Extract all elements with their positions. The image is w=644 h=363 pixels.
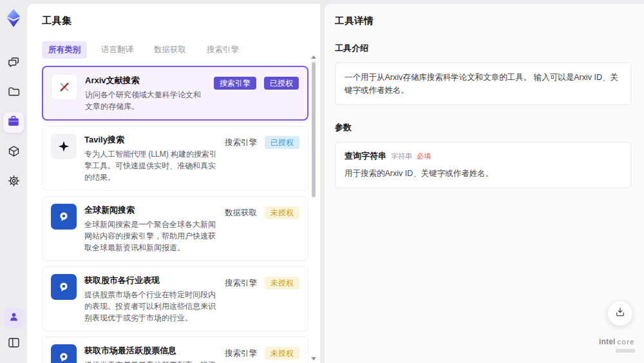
sparkle-icon [51,133,77,159]
param-name: 查询字符串 [345,150,386,162]
tab-search-engine[interactable]: 搜索引擎 [200,41,245,59]
gear-icon [7,174,21,190]
param-header: 查询字符串 字符串 必填 [345,150,621,162]
tab-language-translation[interactable]: 语言翻译 [95,41,140,59]
tool-description: 全球新闻搜索是一个聚合全球各大新闻网站内容的搜索引擎，帮助用户快速获取全球最新资… [84,219,217,253]
param-card: 查询字符串 字符串 必填 用于搜索的Arxiv ID、关键字或作者姓名。 [335,142,631,188]
tool-list: Arxiv文献搜索访问各个研究领域大量科学论文和文章的存储库。搜索引擎已授权Ta… [42,66,308,363]
tab-all-categories[interactable]: 所有类别 [42,41,87,59]
tool-description: 提供当天交易量最高的股票列表。投资者可以利用这些信息来识别流动性强的股票和潜在的… [84,359,217,363]
tool-category-badge: 搜索引擎 [225,278,257,289]
blueapp-icon [51,204,77,230]
tool-auth-badge: 未授权 [265,347,299,360]
tool-tags: 数据获取未授权 [225,204,299,219]
tools-scrollbar[interactable] [310,55,317,360]
toolbox-icon [6,114,21,131]
sidebar-item-collapse[interactable] [3,333,24,354]
tool-name: 获取市场最活跃股票信息 [84,345,217,357]
intel-core-logo: intelcore [599,338,635,353]
tool-card[interactable]: Tavily搜索专为人工智能代理 (LLM) 构建的搜索引擎工具。可快速提供实时… [42,126,308,191]
intro-heading: 工具介绍 [335,43,631,54]
page-title: 工具集 [42,15,320,27]
tool-info: 获取股市各行业表现提供股票市场各个行业在特定时间段内的表现。投资者可以利用这些信… [84,274,217,324]
arxiv-icon [52,74,77,100]
blueapp-icon [51,274,77,300]
scrollbar-thumb[interactable] [312,62,316,197]
sidebar-item-tools[interactable] [3,112,24,133]
tool-card[interactable]: 全球新闻搜索全球新闻搜索是一个聚合全球各大新闻网站内容的搜索引擎，帮助用户快速获… [42,196,308,261]
brand-subline [616,349,635,353]
sidebar-item-settings[interactable] [3,172,24,192]
user-icon [8,311,20,326]
tool-auth-badge: 已授权 [265,136,299,149]
tools-panel: 工具集 所有类别 语言翻译 数据获取 搜索引擎 Arxiv文献搜索访问各个研究领… [27,4,320,363]
tab-data-fetch[interactable]: 数据获取 [147,41,193,59]
tool-name: 全球新闻搜索 [84,204,217,216]
tool-info: 全球新闻搜索全球新闻搜索是一个聚合全球各大新闻网站内容的搜索引擎，帮助用户快速获… [84,204,217,253]
tool-card[interactable]: Arxiv文献搜索访问各个研究领域大量科学论文和文章的存储库。搜索引擎已授权 [42,66,308,121]
tool-info: Tavily搜索专为人工智能代理 (LLM) 构建的搜索引擎工具。可快速提供实时… [84,133,217,183]
tool-name: Arxiv文献搜索 [85,75,206,86]
tool-tags: 搜索引擎已授权 [225,133,299,149]
app-sidebar [0,0,27,363]
tool-tags: 搜索引擎未授权 [225,274,299,289]
main-content: 工具集 所有类别 语言翻译 数据获取 搜索引擎 Arxiv文献搜索访问各个研究领… [27,4,644,363]
tool-auth-badge: 未授权 [265,206,299,219]
app-logo [5,8,23,31]
tool-category-badge: 搜索引擎 [225,137,257,148]
panel-toggle-icon [7,336,21,352]
scroll-down-icon[interactable] [311,357,316,360]
sidebar-item-chat[interactable] [3,53,24,74]
cube-icon [7,144,21,161]
sidebar-item-account[interactable] [3,308,24,328]
tool-intro-text: 一个用于从Arxiv存储库搜索科学论文和文章的工具。 输入可以是Arxiv ID… [335,63,631,105]
tool-card[interactable]: 获取股市各行业表现提供股票市场各个行业在特定时间段内的表现。投资者可以利用这些信… [42,266,308,331]
detail-title: 工具详情 [335,15,631,27]
folder-icon [7,85,21,101]
tool-auth-badge: 未授权 [265,277,299,289]
tool-name: 获取股市各行业表现 [84,275,217,286]
tool-category-badge: 搜索引擎 [225,348,257,359]
tool-category-badge: 搜索引擎 [214,77,256,90]
param-type: 字符串 [391,152,412,161]
download-button[interactable] [607,300,633,326]
tool-tags: 搜索引擎未授权 [225,344,299,360]
tool-detail-panel: 工具详情 工具介绍 一个用于从Arxiv存储库搜索科学论文和文章的工具。 输入可… [325,4,644,363]
app-root: 工具集 所有类别 语言翻译 数据获取 搜索引擎 Arxiv文献搜索访问各个研究领… [0,0,644,363]
tool-tags: 搜索引擎已授权 [214,74,299,90]
sidebar-item-files[interactable] [3,83,24,103]
tool-info: 获取市场最活跃股票信息提供当天交易量最高的股票列表。投资者可以利用这些信息来识别… [84,344,217,363]
tool-name: Tavily搜索 [84,134,217,146]
blueapp-icon [51,344,77,363]
params-heading: 参数 [335,122,631,133]
param-description: 用于搜索的Arxiv ID、关键字或作者姓名。 [345,168,621,180]
tool-description: 提供股票市场各个行业在特定时间段内的表现。投资者可以利用这些信息来识别表现优于或… [84,289,217,324]
brand-core-text: core [618,338,635,346]
scroll-up-icon[interactable] [311,55,316,59]
brand-intel-text: intel [599,337,616,346]
tool-card[interactable]: 获取市场最活跃股票信息提供当天交易量最高的股票列表。投资者可以利用这些信息来识别… [42,337,308,363]
tool-auth-badge: 已授权 [264,77,299,90]
sidebar-bottom [3,308,24,354]
tool-description: 专为人工智能代理 (LLM) 构建的搜索引擎工具。可快速提供实时、准确和真实的结… [84,148,217,183]
chat-icon [7,55,21,72]
tool-description: 访问各个研究领域大量科学论文和文章的存储库。 [85,89,206,112]
category-tabs: 所有类别 语言翻译 数据获取 搜索引擎 [42,41,320,59]
download-icon [614,306,626,320]
sidebar-item-packages[interactable] [3,142,24,162]
sidebar-nav [3,53,24,192]
tool-info: Arxiv文献搜索访问各个研究领域大量科学论文和文章的存储库。 [85,74,206,112]
tool-category-badge: 数据获取 [225,208,257,219]
param-required-badge: 必填 [417,152,431,161]
